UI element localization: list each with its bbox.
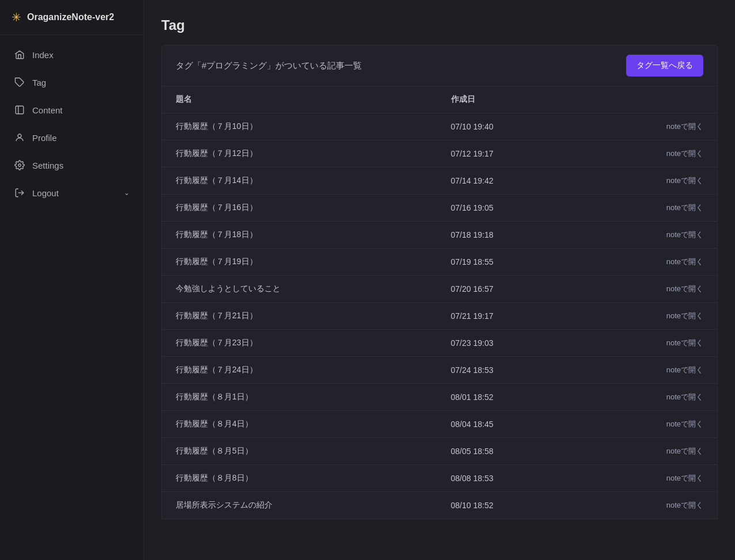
sidebar-item-logout[interactable]: Logout ⌄	[0, 179, 143, 207]
tag-header: タグ「#プログラミング」がついている記事一覧 タグ一覧へ戻る	[161, 45, 718, 86]
article-link-cell: noteで開く	[583, 113, 718, 140]
article-title: 行動履歴（７月14日）	[162, 167, 437, 195]
article-date: 07/12 19:17	[437, 140, 583, 167]
table-row: 行動履歴（７月16日） 07/16 19:05 noteで開く	[162, 195, 718, 222]
article-title: 行動履歴（７月12日）	[162, 140, 437, 167]
note-link[interactable]: noteで開く	[666, 230, 703, 239]
article-date: 07/20 16:57	[437, 276, 583, 303]
article-link-cell: noteで開く	[583, 167, 718, 195]
article-date: 08/10 18:52	[437, 492, 583, 519]
table-row: 行動履歴（８月5日） 08/05 18:58 noteで開く	[162, 438, 718, 465]
sidebar-item-tag[interactable]: Tag	[0, 68, 143, 96]
article-date: 07/18 19:18	[437, 222, 583, 249]
note-link[interactable]: noteで開く	[666, 203, 703, 212]
article-date: 08/05 18:58	[437, 438, 583, 465]
svg-point-4	[18, 164, 21, 167]
article-date: 07/24 18:53	[437, 357, 583, 384]
article-title: 行動履歴（８月5日）	[162, 438, 437, 465]
page-title: Tag	[161, 17, 718, 33]
table-row: 行動履歴（７月10日） 07/10 19:40 noteで開く	[162, 113, 718, 140]
sidebar-item-settings-label: Settings	[32, 161, 63, 170]
article-date: 08/01 18:52	[437, 384, 583, 411]
article-link-cell: noteで開く	[583, 276, 718, 303]
note-link[interactable]: noteで開く	[666, 474, 703, 482]
article-title: 行動履歴（７月24日）	[162, 357, 437, 384]
note-link[interactable]: noteで開く	[666, 122, 703, 131]
note-link[interactable]: noteで開く	[666, 257, 703, 266]
note-link[interactable]: noteで開く	[666, 501, 703, 509]
article-date: 08/04 18:45	[437, 411, 583, 438]
article-date: 07/10 19:40	[437, 113, 583, 140]
chevron-down-icon: ⌄	[124, 189, 130, 197]
logout-icon	[14, 187, 25, 199]
article-title: 居場所表示システムの紹介	[162, 492, 437, 519]
note-link[interactable]: noteで開く	[666, 420, 703, 428]
sidebar-nav: Index Tag Content Profile	[0, 35, 143, 560]
table-row: 行動履歴（７月14日） 07/14 19:42 noteで開く	[162, 167, 718, 195]
article-title: 行動履歴（７月21日）	[162, 303, 437, 330]
article-title: 行動履歴（８月4日）	[162, 411, 437, 438]
home-icon	[14, 49, 25, 60]
table-row: 今勉強しようとしていること 07/20 16:57 noteで開く	[162, 276, 718, 303]
sidebar-logo: ✳ OraganizeNote-ver2	[0, 0, 143, 35]
app-title: OraganizeNote-ver2	[27, 12, 114, 22]
note-link[interactable]: noteで開く	[666, 311, 703, 320]
article-link-cell: noteで開く	[583, 140, 718, 167]
sidebar-item-tag-label: Tag	[32, 78, 46, 87]
table-row: 行動履歴（８月1日） 08/01 18:52 noteで開く	[162, 384, 718, 411]
table-row: 行動履歴（７月18日） 07/18 19:18 noteで開く	[162, 222, 718, 249]
note-link[interactable]: noteで開く	[666, 176, 703, 185]
article-title: 行動履歴（７月19日）	[162, 249, 437, 276]
article-link-cell: noteで開く	[583, 357, 718, 384]
note-link[interactable]: noteで開く	[666, 284, 703, 293]
articles-table: 題名 作成日 行動履歴（７月10日） 07/10 19:40 noteで開く 行…	[161, 86, 718, 519]
article-title: 行動履歴（７月23日）	[162, 330, 437, 357]
table-row: 行動履歴（７月12日） 07/12 19:17 noteで開く	[162, 140, 718, 167]
content-icon	[14, 104, 25, 116]
sidebar-item-profile-label: Profile	[32, 133, 57, 143]
article-title: 行動履歴（８月8日）	[162, 465, 437, 492]
table-row: 居場所表示システムの紹介 08/10 18:52 noteで開く	[162, 492, 718, 519]
article-link-cell: noteで開く	[583, 465, 718, 492]
note-link[interactable]: noteで開く	[666, 393, 703, 401]
sidebar-item-profile[interactable]: Profile	[0, 124, 143, 151]
table-row: 行動履歴（７月19日） 07/19 18:55 noteで開く	[162, 249, 718, 276]
article-link-cell: noteで開く	[583, 438, 718, 465]
svg-point-3	[18, 134, 21, 138]
article-date: 07/23 19:03	[437, 330, 583, 357]
article-title: 今勉強しようとしていること	[162, 276, 437, 303]
article-date: 08/08 18:53	[437, 465, 583, 492]
sidebar-item-content-label: Content	[32, 105, 63, 115]
note-link[interactable]: noteで開く	[666, 365, 703, 374]
sidebar-item-index[interactable]: Index	[0, 41, 143, 68]
sidebar-item-settings[interactable]: Settings	[0, 151, 143, 179]
sidebar-item-content[interactable]: Content	[0, 96, 143, 124]
sidebar-item-index-label: Index	[32, 50, 54, 60]
note-link[interactable]: noteで開く	[666, 447, 703, 455]
tag-back-button[interactable]: タグ一覧へ戻る	[626, 55, 703, 77]
article-link-cell: noteで開く	[583, 195, 718, 222]
article-link-cell: noteで開く	[583, 492, 718, 519]
profile-icon	[14, 132, 25, 143]
article-link-cell: noteで開く	[583, 384, 718, 411]
article-title: 行動履歴（７月16日）	[162, 195, 437, 222]
article-title: 行動履歴（７月18日）	[162, 222, 437, 249]
article-date: 07/19 18:55	[437, 249, 583, 276]
article-date: 07/16 19:05	[437, 195, 583, 222]
svg-rect-1	[16, 106, 24, 114]
table-header-row: 題名 作成日	[162, 86, 718, 113]
col-date: 作成日	[437, 86, 583, 113]
logo-icon: ✳	[12, 10, 21, 24]
table-row: 行動履歴（８月4日） 08/04 18:45 noteで開く	[162, 411, 718, 438]
article-title: 行動履歴（７月10日）	[162, 113, 437, 140]
article-link-cell: noteで開く	[583, 249, 718, 276]
table-row: 行動履歴（７月23日） 07/23 19:03 noteで開く	[162, 330, 718, 357]
article-link-cell: noteで開く	[583, 303, 718, 330]
tag-icon	[14, 77, 25, 88]
note-link[interactable]: noteで開く	[666, 338, 703, 347]
tag-header-text: タグ「#プログラミング」がついている記事一覧	[176, 60, 362, 71]
main-content: Tag タグ「#プログラミング」がついている記事一覧 タグ一覧へ戻る 題名 作成…	[144, 0, 735, 560]
article-link-cell: noteで開く	[583, 411, 718, 438]
article-link-cell: noteで開く	[583, 330, 718, 357]
note-link[interactable]: noteで開く	[666, 149, 703, 158]
